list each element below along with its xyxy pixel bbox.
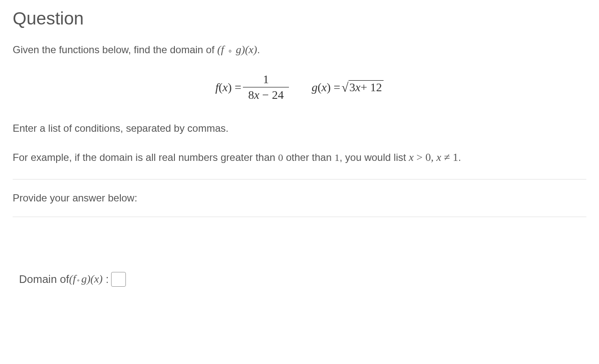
answer-composition: (f∘g)(x)	[69, 273, 103, 285]
answer-label-suffix: :	[103, 273, 109, 286]
example-text: For example, if the domain is all real n…	[13, 149, 586, 166]
composition-expr: (f ∘ g)(x)	[217, 43, 257, 56]
prompt-suffix: .	[257, 44, 260, 55]
f-denominator: 8x − 24	[243, 87, 289, 102]
example-one: 1	[335, 152, 340, 163]
example-suffix: , you would list	[340, 152, 409, 163]
equations-block: f(x) = 1 8x − 24 g(x) = √ 3x + 12	[13, 73, 586, 102]
answer-label-prefix: Domain of	[19, 273, 69, 286]
sqrt-g: √ 3x + 12	[342, 80, 384, 94]
fraction-f: 1 8x − 24	[243, 73, 289, 102]
domain-answer-input[interactable]	[111, 272, 126, 287]
divider-bottom	[13, 217, 586, 217]
question-prompt: Given the functions below, find the doma…	[13, 41, 586, 58]
answer-prompt: Provide your answer below:	[13, 179, 586, 217]
example-math: x > 0, x ≠ 1	[409, 151, 458, 163]
equation-g: g(x) = √ 3x + 12	[312, 80, 384, 94]
question-title: Question	[13, 8, 586, 29]
example-prefix: For example, if the domain is all real n…	[13, 152, 278, 163]
equation-f: f(x) = 1 8x − 24	[215, 73, 291, 102]
instructions-text: Enter a list of conditions, separated by…	[13, 121, 586, 136]
example-end: .	[458, 152, 461, 163]
f-numerator: 1	[258, 73, 274, 87]
g-radicand: 3x + 12	[349, 80, 384, 94]
prompt-prefix: Given the functions below, find the doma…	[13, 44, 217, 55]
answer-row: Domain of (f∘g)(x) :	[13, 272, 586, 287]
example-mid: other than	[283, 152, 334, 163]
example-zero: 0	[278, 152, 283, 163]
